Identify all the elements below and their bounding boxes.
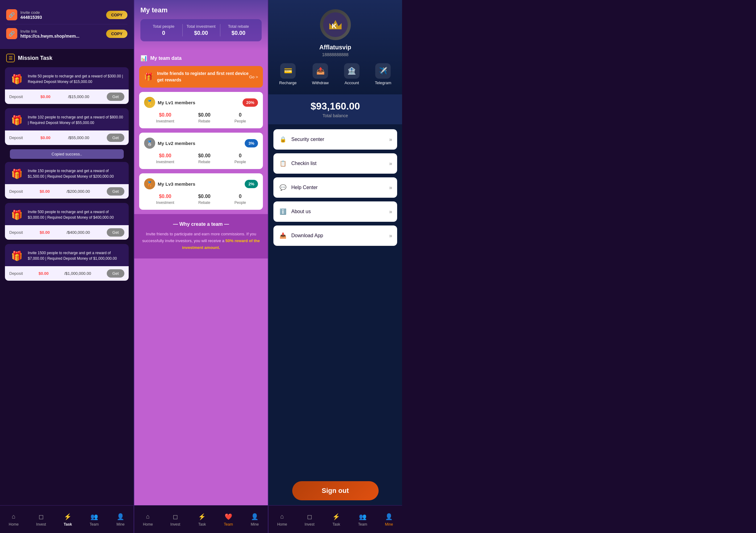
get-btn-2[interactable]: Get xyxy=(107,134,124,142)
mine-label-p3: Mine xyxy=(385,522,393,526)
team-label-p2: Team xyxy=(224,522,233,526)
why-create-section: — Why create a team — Invite friends to … xyxy=(134,214,268,258)
total-investment-label: Total investment xyxy=(187,24,216,29)
withdraw-icon: 📤 xyxy=(312,63,328,79)
copy-code-button[interactable]: COPY xyxy=(106,11,127,19)
member-lv2-name: My Lv2 members xyxy=(158,141,195,146)
why-desc: Invite friends to participate and earn m… xyxy=(140,231,262,251)
menu-help-center[interactable]: 💬 Help Center » xyxy=(273,177,397,198)
invite-banner[interactable]: 🎁 Invite friends to register and first r… xyxy=(139,66,263,88)
get-btn-1[interactable]: Get xyxy=(107,93,124,101)
nav-team-p3[interactable]: 👥 Team xyxy=(358,512,367,526)
menu-download-app[interactable]: 📥 Download App » xyxy=(273,226,397,246)
invite-link-icon: 🔗 xyxy=(6,28,17,39)
nav-home-p2[interactable]: ⌂ Home xyxy=(143,512,153,526)
lv1-rebate-label: Rebate xyxy=(199,119,210,123)
nav-mine-p3[interactable]: 👤 Mine xyxy=(385,512,393,526)
member-lv1-badge: 🥇 My Lv1 members xyxy=(144,97,195,108)
mission-top-2: 🎁 Invite 102 people to recharge and get … xyxy=(5,108,129,130)
mission-desc-1: Invite 50 people to recharge and get a r… xyxy=(28,73,124,85)
mission-bottom-5: Deposit $0.00 /$1,000,000.00 Get xyxy=(5,266,129,281)
mine-icon-p2: 👤 xyxy=(251,512,259,521)
lv2-people-value: 0 xyxy=(239,153,242,159)
security-label: Security center xyxy=(291,137,389,142)
member-lv2-badge: 🥈 My Lv2 members xyxy=(144,138,195,149)
account-button[interactable]: 🏦 Account xyxy=(344,63,360,85)
team-icon-p1: 👥 xyxy=(90,512,98,521)
task-icon-p2: ⚡ xyxy=(198,512,206,521)
get-btn-4[interactable]: Get xyxy=(107,228,124,237)
withdraw-button[interactable]: 📤 Withdraw xyxy=(312,63,329,85)
get-btn-3[interactable]: Get xyxy=(107,187,124,196)
telegram-icon: ✈️ xyxy=(375,63,391,79)
menu-checkin-list[interactable]: 📋 Checkin list » xyxy=(273,153,397,173)
help-arrow: » xyxy=(389,184,392,191)
lv1-percent-badge: 20% xyxy=(243,98,258,107)
mission-top-4: 🎁 Invite 500 people to recharge and get … xyxy=(5,203,129,225)
team-title: My team xyxy=(140,6,262,14)
mine-label-p2: Mine xyxy=(251,522,259,526)
get-btn-5[interactable]: Get xyxy=(107,269,124,278)
member-card-lv1: 🥇 My Lv1 members 20% $0.00 Investment $0… xyxy=(139,92,263,128)
total-people-label: Total people xyxy=(153,24,174,29)
nav-task-p3[interactable]: ⚡ Task xyxy=(332,512,341,526)
task-icon-p3: ⚡ xyxy=(332,512,341,521)
nav-invest-p1[interactable]: ◻ Invest xyxy=(36,512,46,526)
nav-mine-p2[interactable]: 👤 Mine xyxy=(251,512,259,526)
nav-team-p2[interactable]: ❤️ Team xyxy=(224,512,233,526)
invest-icon-p3: ◻ xyxy=(305,512,314,521)
gift-icon-1: 🎁 xyxy=(9,71,24,86)
nav-home-p1[interactable]: ⌂ Home xyxy=(9,512,18,526)
invite-banner-go: Go > xyxy=(249,75,258,79)
nav-team-p1[interactable]: 👥 Team xyxy=(90,512,99,526)
lv1-people-stat: 0 People xyxy=(234,112,246,123)
nav-task-p1[interactable]: ⚡ Task xyxy=(64,512,72,526)
invite-code-info: Invite code 444815393 xyxy=(20,10,106,20)
deposit-amount-4: $0.00 xyxy=(40,230,50,235)
nav-task-p2[interactable]: ⚡ Task xyxy=(198,512,206,526)
withdraw-label: Withdraw xyxy=(312,81,329,85)
home-label-p1: Home xyxy=(9,522,18,526)
invite-code-value: 444815393 xyxy=(20,15,106,20)
avatar-svg: K xyxy=(323,12,348,37)
nav-home-p3[interactable]: ⌂ Home xyxy=(277,512,287,526)
total-investment-value: $0.00 xyxy=(194,30,208,37)
signout-button[interactable]: Sign out xyxy=(292,481,379,500)
invite-banner-text: Invite friends to register and first ren… xyxy=(157,70,249,83)
recharge-label: Recharge xyxy=(279,81,297,85)
menu-about-us[interactable]: ℹ️ About us » xyxy=(273,201,397,222)
profile-avatar: K xyxy=(320,9,351,40)
team-header: My team Total people 0 Total investment … xyxy=(134,0,268,51)
mission-top-1: 🎁 Invite 50 people to recharge and get a… xyxy=(5,67,129,90)
team-label-p1: Team xyxy=(90,522,99,526)
invest-icon-p2: ◻ xyxy=(171,512,179,521)
copy-link-button[interactable]: COPY xyxy=(106,30,127,38)
gift-icon-2: 🎁 xyxy=(9,113,24,127)
mission-card-4: 🎁 Invite 500 people to recharge and get … xyxy=(5,203,129,240)
total-investment-stat: Total investment $0.00 xyxy=(182,24,219,37)
menu-security-center[interactable]: 🔒 Security center » xyxy=(273,129,397,149)
lv1-investment-value: $0.00 xyxy=(159,112,171,118)
telegram-button[interactable]: ✈️ Telegram xyxy=(375,63,391,85)
member-lv2-stats: $0.00 Investment $0.00 Rebate 0 People xyxy=(144,153,258,164)
deposit-amount-1: $0.00 xyxy=(40,94,51,99)
lv3-rebate-stat: $0.00 Rebate xyxy=(198,194,210,205)
mission-card-2: 🎁 Invite 102 people to recharge and get … xyxy=(5,108,129,145)
task-label-p2: Task xyxy=(198,522,206,526)
nav-invest-p3[interactable]: ◻ Invest xyxy=(305,512,314,526)
nav-invest-p2[interactable]: ◻ Invest xyxy=(170,512,180,526)
deposit-label-1: Deposit xyxy=(9,94,23,99)
nav-mine-p1[interactable]: 👤 Mine xyxy=(116,512,125,526)
recharge-button[interactable]: 💳 Recharge xyxy=(279,63,297,85)
about-icon: ℹ️ xyxy=(278,207,287,216)
deposit-target-4: /$400,000.00 xyxy=(67,230,90,235)
download-arrow: » xyxy=(389,232,392,239)
mission-task-header: ☰ Mission Task xyxy=(0,49,134,67)
mission-desc-3: Invite 150 people to recharge and get a … xyxy=(28,168,124,179)
mission-bottom-4: Deposit $0.00 /$400,000.00 Get xyxy=(5,225,129,240)
balance-label: Total balance xyxy=(275,113,396,118)
mission-desc-2: Invite 102 people to recharge and get a … xyxy=(28,115,124,125)
gift-icon-5: 🎁 xyxy=(9,248,24,263)
home-icon-p1: ⌂ xyxy=(9,512,18,521)
task-icon-p1: ⚡ xyxy=(64,512,72,521)
